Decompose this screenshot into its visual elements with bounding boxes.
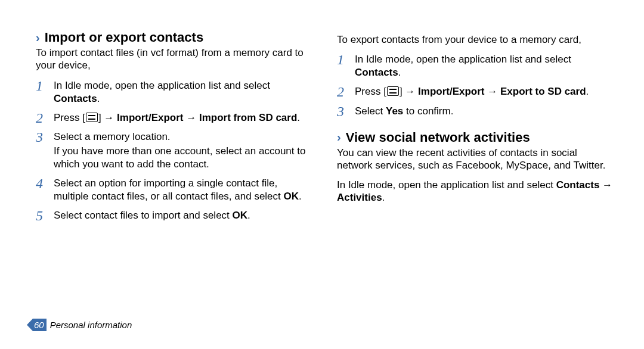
step-number: 4	[36, 174, 43, 193]
section-heading-social: › View social network activities	[337, 130, 614, 145]
list-item: 2 Press [] → Import/Export → Export to S…	[337, 85, 614, 98]
step-text: In Idle mode, open the application list …	[54, 80, 270, 91]
chevron-right-icon: ›	[36, 31, 40, 45]
step-text: ] →	[98, 112, 117, 123]
step-text: Press [	[54, 112, 85, 123]
intro-paragraph: You can view the recent activities of co…	[337, 147, 614, 172]
step-number: 2	[36, 109, 43, 127]
body-paragraph: In Idle mode, open the application list …	[337, 179, 614, 204]
heading-text: View social network activities	[346, 130, 530, 145]
step-text: Select contact files to import and selec…	[54, 210, 233, 221]
bold-text: Contacts	[556, 179, 600, 191]
step-number: 2	[337, 83, 344, 101]
text: →	[599, 179, 612, 191]
bold-text: Import/Export → Export to SD card	[418, 86, 586, 97]
page-content: › Import or export contacts To import co…	[0, 0, 644, 310]
bold-text: Contacts	[355, 67, 398, 78]
step-text: Select a memory location.	[54, 131, 171, 142]
steps-list-right: 1 In Idle mode, open the application lis…	[337, 53, 614, 117]
intro-paragraph: To export contacts from your device to a…	[337, 33, 614, 46]
step-number: 3	[337, 102, 344, 121]
step-text: .	[299, 191, 302, 202]
bold-text: OK	[233, 210, 248, 221]
step-text: In Idle mode, open the application list …	[355, 54, 571, 65]
left-column: › Import or export contacts To import co…	[36, 30, 313, 310]
step-text: ] →	[400, 86, 418, 97]
bold-text: Activities	[337, 192, 382, 203]
bold-text: Import/Export → Import from SD card	[117, 112, 297, 123]
step-text: Select an option for importing a single …	[54, 177, 284, 202]
list-item: 3 Select a memory location. If you have …	[36, 130, 313, 171]
text: In Idle mode, open the application list …	[337, 179, 556, 191]
step-text: Press [	[355, 86, 386, 97]
step-text: .	[247, 210, 250, 221]
list-item: 4 Select an option for importing a singl…	[36, 177, 313, 203]
list-item: 1 In Idle mode, open the application lis…	[337, 53, 614, 79]
menu-icon	[86, 113, 98, 122]
bold-text: Yes	[386, 105, 403, 117]
step-number: 3	[36, 128, 43, 147]
step-text: .	[97, 93, 100, 104]
footer: 60 Personal information	[33, 319, 132, 331]
text: .	[382, 192, 385, 203]
bold-text: Contacts	[54, 93, 97, 104]
sub-text: If you have more than one account, selec…	[54, 145, 313, 171]
footer-section: Personal information	[50, 320, 132, 330]
chevron-right-icon: ›	[337, 130, 341, 144]
page-number: 60	[33, 319, 47, 331]
right-column: To export contacts from your device to a…	[337, 30, 614, 310]
step-text: to confirm.	[403, 105, 453, 117]
list-item: 1 In Idle mode, open the application lis…	[36, 79, 313, 105]
step-text: .	[586, 86, 589, 97]
list-item: 3 Select Yes to confirm.	[337, 105, 614, 118]
step-text: Select	[355, 105, 386, 117]
step-number: 1	[337, 51, 344, 69]
heading-text: Import or export contacts	[45, 30, 203, 45]
bold-text: OK	[284, 191, 299, 202]
intro-paragraph: To import contact files (in vcf format) …	[36, 46, 313, 72]
step-text: .	[398, 67, 401, 78]
steps-list-left: 1 In Idle mode, open the application lis…	[36, 79, 313, 223]
section-heading-import-export: › Import or export contacts	[36, 30, 313, 45]
list-item: 2 Press [] → Import/Export → Import from…	[36, 111, 313, 124]
menu-icon	[387, 86, 399, 96]
step-number: 1	[36, 77, 43, 95]
step-number: 5	[36, 207, 43, 225]
step-text: .	[297, 112, 300, 123]
list-item: 5 Select contact files to import and sel…	[36, 209, 313, 222]
